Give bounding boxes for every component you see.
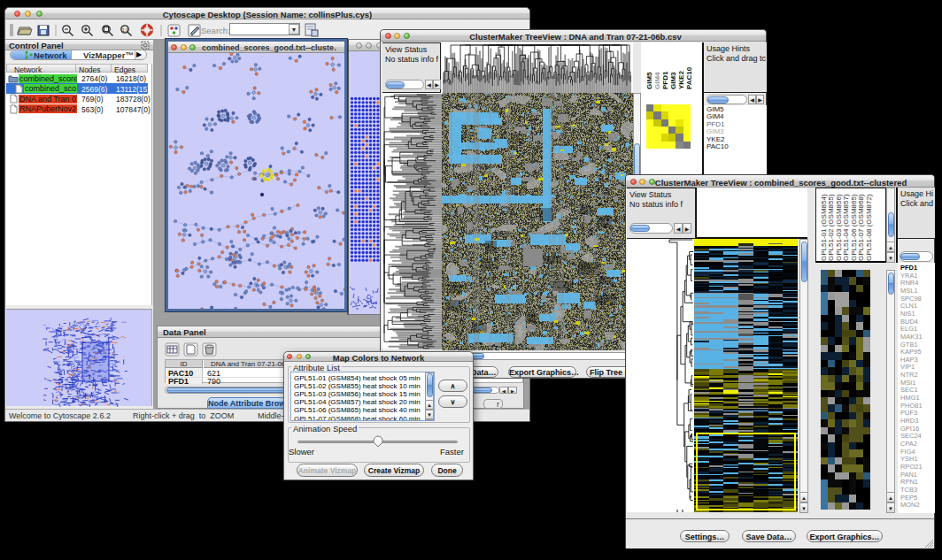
svg-text:1:1: 1:1 (122, 27, 129, 33)
